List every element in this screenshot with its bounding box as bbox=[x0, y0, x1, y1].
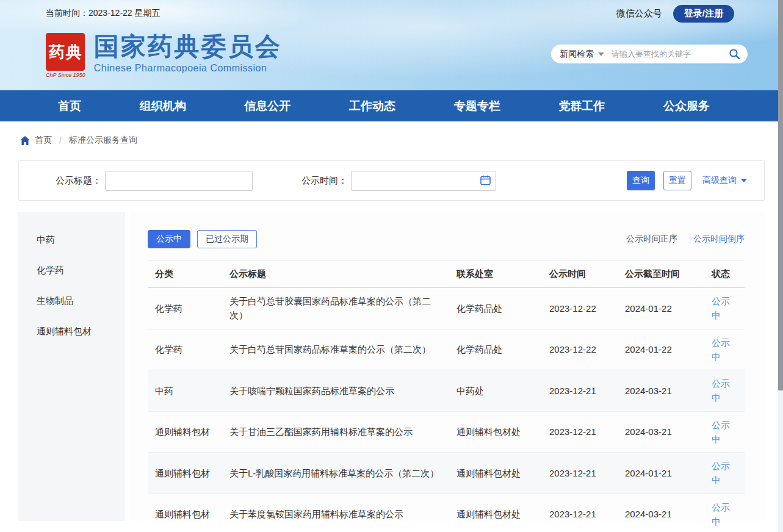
cell-category: 通则辅料包材 bbox=[148, 494, 222, 532]
announcement-list-panel: 公示中 已过公示期 公示时间正序 公示时间倒序 分类 公示标题 联系处室 公示时… bbox=[130, 212, 765, 521]
announcement-title-input[interactable] bbox=[105, 171, 253, 191]
site-header: 当前时间：2023-12-22 星期五 微信公众号 登录/注册 药典 ChP S… bbox=[0, 0, 783, 90]
login-register-button[interactable]: 登录/注册 bbox=[673, 5, 734, 23]
top-utility-bar: 当前时间：2023-12-22 星期五 微信公众号 登录/注册 bbox=[0, 0, 783, 22]
status-badge: 公示中 bbox=[712, 337, 730, 362]
cell-title-link[interactable]: 关于白芍总苷胶囊国家药品标准草案的公示（第二次） bbox=[222, 288, 449, 329]
table-row: 通则辅料包材 关于苯度氯铵国家药用辅料标准草案的公示 通则辅料包材处 2023-… bbox=[148, 494, 745, 532]
nav-item-special-topics[interactable]: 专题专栏 bbox=[454, 98, 500, 114]
col-header-start-time: 公示时间 bbox=[542, 261, 618, 288]
search-category-select[interactable]: 新闻检索 bbox=[560, 49, 604, 60]
breadcrumb-separator: / bbox=[59, 135, 62, 145]
search-submit-button[interactable] bbox=[729, 48, 740, 60]
cell-category: 化学药 bbox=[148, 288, 222, 329]
page: 当前时间：2023-12-22 星期五 微信公众号 登录/注册 药典 ChP S… bbox=[0, 0, 783, 532]
current-time-label: 当前时间：2023-12-22 星期五 bbox=[46, 3, 161, 19]
cell-end-time: 2024-03-21 bbox=[618, 370, 704, 412]
sidebar-item-tcm[interactable]: 中药 bbox=[37, 225, 125, 256]
org-name-en: Chinese Pharmacopoeia Commission bbox=[94, 63, 282, 74]
reset-button[interactable]: 重置 bbox=[663, 171, 691, 190]
pharmacopoeia-seal-icon: 药典 bbox=[46, 33, 85, 71]
cell-office: 中药处 bbox=[449, 370, 542, 412]
status-badge: 公示中 bbox=[712, 378, 730, 403]
col-header-status: 状态 bbox=[704, 261, 745, 288]
title-field-label: 公示标题： bbox=[56, 175, 101, 187]
nav-item-organization[interactable]: 组织机构 bbox=[140, 98, 186, 114]
cell-start-time: 2023-12-21 bbox=[542, 494, 618, 532]
sidebar-item-chemical-drugs[interactable]: 化学药 bbox=[37, 256, 125, 286]
search-icon bbox=[729, 48, 740, 60]
cell-title-link[interactable]: 关于L-乳酸国家药用辅料标准草案的公示（第二次） bbox=[222, 453, 449, 494]
cell-end-time: 2024-01-21 bbox=[618, 453, 704, 494]
sort-time-descending-link[interactable]: 公示时间倒序 bbox=[693, 234, 745, 245]
cell-category: 通则辅料包材 bbox=[148, 453, 222, 494]
time-field-label: 公示时间： bbox=[301, 175, 347, 187]
col-header-office: 联系处室 bbox=[449, 261, 542, 288]
chevron-down-icon bbox=[741, 179, 747, 182]
nav-item-public-service[interactable]: 公众服务 bbox=[663, 98, 710, 114]
cell-end-time: 2024-03-21 bbox=[618, 494, 704, 532]
cell-office: 通则辅料包材处 bbox=[449, 494, 542, 532]
col-header-title: 公示标题 bbox=[222, 261, 449, 288]
col-header-end-time: 公示截至时间 bbox=[618, 261, 704, 288]
main-section: 中药 化学药 生物制品 通则辅料包材 公示中 已过公示期 公示时间正序 公示时间… bbox=[18, 212, 765, 521]
seal-caption: ChP Since 1950 bbox=[46, 72, 85, 78]
cell-title-link[interactable]: 关于甘油三乙酯国家药用辅料标准草案的公示 bbox=[222, 411, 449, 453]
nav-item-home[interactable]: 首页 bbox=[58, 98, 81, 114]
cell-title-link[interactable]: 关于苯度氯铵国家药用辅料标准草案的公示 bbox=[222, 494, 449, 532]
org-name-cn: 国家药典委员会 bbox=[94, 33, 282, 60]
status-badge: 公示中 bbox=[712, 461, 730, 485]
cell-end-time: 2024-01-22 bbox=[618, 288, 704, 329]
table-row: 通则辅料包材 关于甘油三乙酯国家药用辅料标准草案的公示 通则辅料包材处 2023… bbox=[148, 411, 745, 453]
chevron-down-icon bbox=[598, 52, 604, 56]
nav-item-info-disclosure[interactable]: 信息公开 bbox=[244, 98, 290, 114]
breadcrumb-home-link[interactable]: 首页 bbox=[20, 135, 52, 146]
site-search-bar: 新闻检索 bbox=[551, 45, 748, 63]
cell-office: 化学药品处 bbox=[449, 329, 542, 370]
sort-time-ascending-link[interactable]: 公示时间正序 bbox=[626, 234, 677, 245]
home-icon bbox=[20, 136, 30, 145]
table-row: 通则辅料包材 关于L-乳酸国家药用辅料标准草案的公示（第二次） 通则辅料包材处 … bbox=[148, 453, 745, 494]
status-badge: 公示中 bbox=[712, 420, 730, 444]
cell-title-link[interactable]: 关于咳喘宁颗粒国家药品标准草案的公示 bbox=[222, 370, 449, 412]
col-header-category: 分类 bbox=[148, 261, 222, 288]
sidebar-content-gutter bbox=[125, 212, 130, 521]
nav-item-work-news[interactable]: 工作动态 bbox=[349, 98, 395, 114]
tab-in-announcement[interactable]: 公示中 bbox=[148, 230, 190, 248]
site-search-input[interactable] bbox=[612, 49, 729, 59]
table-row: 化学药 关于白芍总苷国家药品标准草案的公示（第二次） 化学药品处 2023-12… bbox=[148, 329, 745, 370]
site-logo[interactable]: 药典 ChP Since 1950 国家药典委员会 Chinese Pharma… bbox=[46, 33, 282, 78]
cell-office: 通则辅料包材处 bbox=[449, 411, 542, 453]
nav-item-party-work[interactable]: 党群工作 bbox=[558, 98, 605, 114]
table-row: 中药 关于咳喘宁颗粒国家药品标准草案的公示 中药处 2023-12-21 202… bbox=[148, 370, 745, 412]
cell-office: 通则辅料包材处 bbox=[449, 453, 542, 494]
table-row: 化学药 关于白芍总苷胶囊国家药品标准草案的公示（第二次） 化学药品处 2023-… bbox=[148, 288, 745, 329]
cell-end-time: 2024-01-22 bbox=[618, 329, 704, 370]
query-panel: 公示标题： 公示时间： 查询 重置 高级查询 bbox=[18, 160, 765, 201]
sidebar-item-biological-products[interactable]: 生物制品 bbox=[37, 286, 125, 317]
calendar-icon[interactable] bbox=[480, 175, 491, 185]
scrollbar-thumb[interactable] bbox=[778, 0, 783, 390]
cell-office: 化学药品处 bbox=[449, 288, 542, 329]
query-button[interactable]: 查询 bbox=[627, 171, 655, 190]
cell-category: 化学药 bbox=[148, 329, 222, 370]
breadcrumb: 首页 / 标准公示服务查询 bbox=[0, 121, 783, 156]
table-header-row: 分类 公示标题 联系处室 公示时间 公示截至时间 状态 bbox=[148, 261, 745, 288]
cell-end-time: 2024-03-21 bbox=[618, 411, 704, 453]
category-sidebar: 中药 化学药 生物制品 通则辅料包材 bbox=[18, 212, 125, 521]
sidebar-item-general-excipients-packaging[interactable]: 通则辅料包材 bbox=[37, 317, 125, 347]
cell-category: 中药 bbox=[148, 370, 222, 412]
page-scrollbar[interactable] bbox=[778, 0, 783, 532]
cell-start-time: 2023-12-22 bbox=[542, 288, 618, 329]
advanced-query-link[interactable]: 高级查询 bbox=[702, 175, 747, 186]
announcement-table: 分类 公示标题 联系处室 公示时间 公示截至时间 状态 化学药 关于白芍总苷胶囊… bbox=[148, 261, 745, 532]
tab-expired-announcement[interactable]: 已过公示期 bbox=[197, 230, 257, 248]
cell-category: 通则辅料包材 bbox=[148, 411, 222, 453]
main-navigation: 首页 组织机构 信息公开 工作动态 专题专栏 党群工作 公众服务 bbox=[0, 90, 783, 121]
breadcrumb-current: 标准公示服务查询 bbox=[69, 135, 137, 146]
wechat-official-account-link[interactable]: 微信公众号 bbox=[616, 8, 662, 20]
cell-title-link[interactable]: 关于白芍总苷国家药品标准草案的公示（第二次） bbox=[222, 329, 449, 370]
cell-start-time: 2023-12-21 bbox=[542, 453, 618, 494]
status-badge: 公示中 bbox=[712, 296, 730, 320]
announcement-date-input[interactable] bbox=[351, 171, 496, 191]
